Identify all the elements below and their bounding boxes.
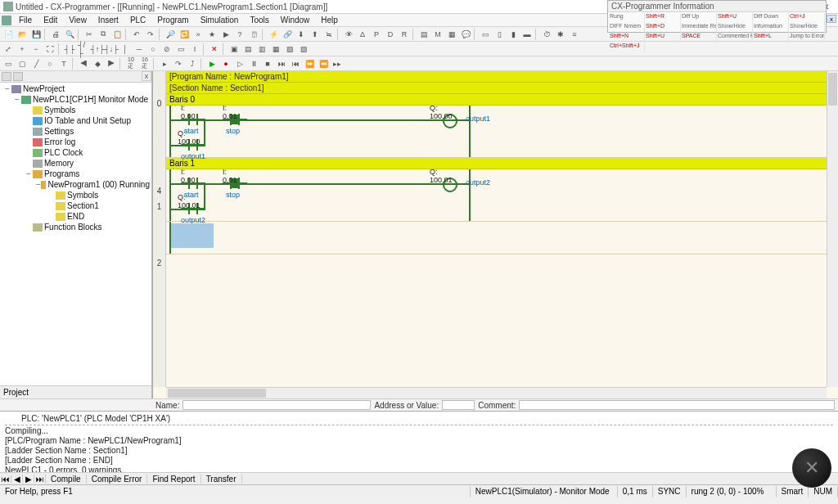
horizontal-scrollbar[interactable]	[166, 387, 827, 398]
mnemonic-icon[interactable]: M	[431, 28, 444, 41]
project-tab[interactable]: Project	[0, 385, 151, 398]
contact-start[interactable]: I: 0.00 start	[186, 176, 200, 191]
output-tab-compile[interactable]: Compile	[46, 475, 87, 484]
compare-icon[interactable]: ≒	[322, 28, 336, 41]
coil-nc-icon[interactable]: ⊘	[160, 43, 173, 56]
addr-field[interactable]	[442, 400, 475, 410]
tree-btn-1[interactable]	[2, 72, 11, 81]
tree-program[interactable]: −NewProgram1 (00) Running	[2, 179, 150, 190]
watch-icon[interactable]: ⏱	[540, 28, 553, 41]
tool-e-icon[interactable]: ▧	[283, 43, 296, 56]
tool-a-icon[interactable]: ▣	[228, 43, 241, 56]
zoom-fit-icon[interactable]: ⛶	[43, 43, 56, 56]
rung-0[interactable]: I: 0.00 start I: 0.01 stop Q: 100.00 out…	[166, 106, 827, 158]
tree-plc[interactable]: −NewPLC1[CP1H] Monitor Mode	[2, 94, 150, 105]
help-icon[interactable]: ?	[233, 28, 246, 41]
section-icon[interactable]: ▤	[417, 28, 430, 41]
tree-close-button[interactable]: x	[142, 71, 151, 81]
play-icon[interactable]: ▷	[233, 57, 246, 70]
menu-edit[interactable]: Edit	[38, 15, 63, 25]
tree-error-log[interactable]: Error log	[2, 137, 150, 147]
output-tab-prev[interactable]: ◀	[11, 475, 23, 484]
align-r-icon[interactable]: ⯈	[105, 57, 118, 70]
tool-c-icon[interactable]: ▥	[255, 43, 268, 56]
run-mode-icon[interactable]: R	[398, 28, 411, 41]
rung-1[interactable]: I: 0.00 start I: 0.01 stop Q: 100.01 out…	[166, 169, 827, 222]
zoom-sel-icon[interactable]: ⤢	[2, 43, 15, 56]
menu-window[interactable]: Window	[275, 15, 316, 25]
tree-prog-symbols[interactable]: Symbols	[2, 190, 150, 200]
preview-icon[interactable]: 🔍	[63, 28, 76, 41]
monitor-icon[interactable]: 👁	[342, 28, 355, 41]
tool-f-icon[interactable]: ▨	[297, 43, 310, 56]
replace-icon[interactable]: 🔁	[178, 28, 191, 41]
tree-section1[interactable]: Section1	[2, 200, 150, 211]
tree-plc-clock[interactable]: PLC Clock	[2, 147, 150, 158]
output-tab-first[interactable]: ⏮	[0, 475, 11, 484]
next-icon[interactable]: ⏭	[275, 57, 288, 70]
redo-icon[interactable]: ↷	[144, 28, 157, 41]
bookmark-icon[interactable]: ★	[205, 28, 219, 41]
new-icon[interactable]: 📄	[2, 28, 15, 41]
rung-2[interactable]	[166, 222, 827, 254]
work-online-icon[interactable]: 🔗	[281, 28, 294, 41]
menu-program[interactable]: Program	[151, 15, 194, 25]
menu-view[interactable]: View	[63, 15, 92, 25]
window4-icon[interactable]: ▬	[520, 28, 534, 41]
pause-icon[interactable]: ⏸	[247, 57, 260, 70]
zoom-in-icon[interactable]: +	[16, 43, 29, 56]
ladder-editor[interactable]: 0 4 1 2 [Program Name : NewProgram1] [Se…	[152, 71, 838, 398]
end-icon[interactable]: ▸▸	[331, 57, 344, 70]
selected-cell[interactable]	[171, 223, 214, 248]
copy-icon[interactable]: ⧉	[97, 28, 110, 41]
tree-memory[interactable]: Memory	[2, 158, 150, 169]
hline-icon[interactable]: ─	[133, 43, 146, 56]
output-tab-last[interactable]: ⏭	[34, 475, 46, 484]
contact-p-icon[interactable]: ┤↑├	[91, 43, 104, 56]
window2-icon[interactable]: ▯	[493, 28, 506, 41]
tree-io-table[interactable]: IO Table and Unit Setup	[2, 115, 150, 126]
project-tree[interactable]: −NewProject −NewPLC1[CP1H] Monitor Mode …	[0, 83, 151, 233]
contact-n-icon[interactable]: ┤↓├	[105, 43, 118, 56]
paste-icon[interactable]: 📋	[110, 28, 124, 41]
hscroll-thumb[interactable]	[168, 389, 266, 398]
menu-tools[interactable]: Tools	[244, 15, 274, 25]
contact-nc-icon[interactable]: ┤/├	[77, 43, 90, 56]
vertical-scrollbar[interactable]	[827, 71, 838, 387]
mdi-close-button[interactable]: x	[827, 15, 836, 23]
goto-icon[interactable]: »	[191, 28, 205, 41]
rw-icon[interactable]: ⏪	[317, 57, 330, 70]
diff-icon[interactable]: Δ	[356, 28, 369, 41]
context-help-icon[interactable]: ⍰	[247, 28, 260, 41]
line-icon[interactable]: ╱	[29, 57, 43, 70]
comment-field[interactable]	[519, 400, 835, 410]
run-icon[interactable]: ▶	[205, 57, 219, 70]
tree-symbols[interactable]: Symbols	[2, 105, 150, 115]
sel-icon[interactable]: ▭	[2, 57, 15, 70]
contact-stop[interactable]: I: 0.01 stop	[228, 176, 242, 191]
rect-icon[interactable]: ▢	[16, 57, 29, 70]
menu-file[interactable]: File	[13, 15, 38, 25]
tree-root[interactable]: −NewProject	[2, 83, 150, 94]
tree-programs[interactable]: −Programs	[2, 169, 150, 179]
function-icon[interactable]: ▭	[174, 43, 187, 56]
name-field[interactable]	[182, 400, 371, 410]
stepover-icon[interactable]: ↷	[172, 57, 185, 70]
ladder-content[interactable]: [Program Name : NewProgram1] [Section Na…	[166, 71, 827, 387]
align-l-icon[interactable]: ⯇	[77, 57, 90, 70]
tree-settings[interactable]: Settings	[2, 126, 150, 137]
cut-icon[interactable]: ✂	[83, 28, 96, 41]
transfer-from-icon[interactable]: ⬆	[309, 28, 322, 41]
online-icon[interactable]: ⚡	[267, 28, 280, 41]
program-mode-icon[interactable]: P	[370, 28, 383, 41]
output-tab-transfer[interactable]: Transfer	[201, 475, 242, 484]
tool-d-icon[interactable]: ▦	[269, 43, 282, 56]
menu-simulation[interactable]: Simulation	[195, 15, 245, 25]
contact-start[interactable]: I: 0.00 start	[186, 112, 200, 127]
coil-icon[interactable]: ○	[146, 43, 160, 56]
tree-function-blocks[interactable]: Function Blocks	[2, 222, 150, 232]
print-icon[interactable]: 🖨	[49, 28, 62, 41]
align-c-icon[interactable]: ◆	[91, 57, 104, 70]
undo-icon[interactable]: ↶	[130, 28, 143, 41]
step-icon[interactable]: ▸	[158, 57, 171, 70]
